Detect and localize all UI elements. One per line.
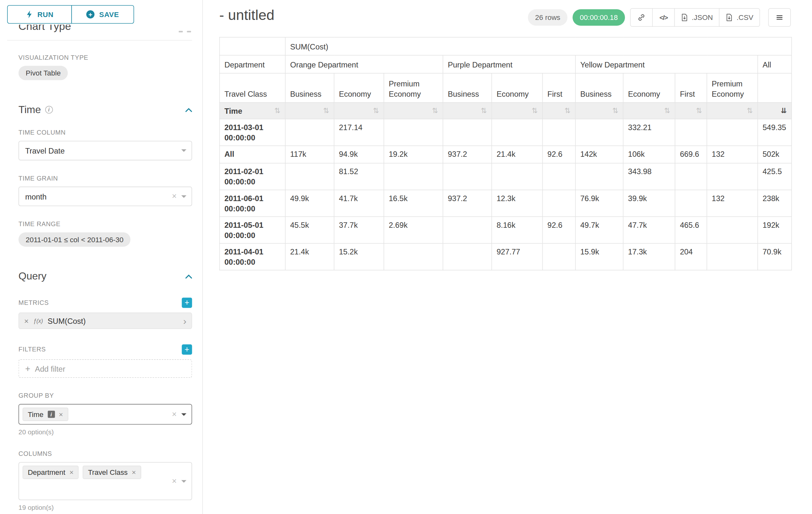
pivot-value-cell: 502k bbox=[758, 146, 792, 163]
pivot-value-cell: 8.16k bbox=[492, 217, 543, 243]
time-section-title: Time bbox=[19, 104, 41, 116]
pivot-row-dimension-label: Time⇅ bbox=[220, 103, 285, 119]
sort-toggle-icon[interactable]: ⇅ bbox=[612, 107, 618, 115]
sort-toggle-icon[interactable]: ⇅ bbox=[432, 107, 438, 115]
save-label: SAVE bbox=[99, 10, 119, 19]
pivot-value-cell bbox=[675, 119, 707, 145]
pivot-value-cell: 106k bbox=[623, 146, 675, 163]
remove-tag-icon[interactable]: × bbox=[69, 469, 74, 476]
pivot-value-cell bbox=[543, 163, 575, 190]
pivot-value-cell bbox=[384, 119, 443, 145]
copy-link-button[interactable] bbox=[630, 8, 652, 27]
pivot-data-row: 2011-05-01 00:00:0045.5k37.7k2.69k8.16k9… bbox=[220, 217, 791, 243]
lightning-icon bbox=[26, 10, 33, 19]
chart-type-section-header[interactable]: Chart Type bbox=[19, 25, 192, 37]
sort-toggle-icon[interactable]: ⇅ bbox=[747, 107, 753, 115]
pivot-sort-cell: ⇅ bbox=[384, 103, 443, 119]
pivot-class-header: Business bbox=[443, 73, 492, 103]
add-filter-button[interactable]: + Add filter bbox=[19, 359, 192, 378]
sort-toggle-icon[interactable]: ⇅ bbox=[564, 107, 571, 115]
chevron-right-icon[interactable]: › bbox=[183, 316, 186, 325]
run-button[interactable]: RUN bbox=[7, 5, 72, 24]
sort-toggle-icon[interactable]: ⇅ bbox=[696, 107, 702, 115]
add-metric-button[interactable]: + bbox=[182, 297, 192, 308]
time-column-label: TIME COLUMN bbox=[19, 129, 192, 136]
chart-header: - untitled 26 rows 00:00:00.18 bbox=[219, 0, 791, 27]
clear-icon[interactable]: × bbox=[172, 477, 176, 485]
pivot-value-cell: 17.3k bbox=[623, 244, 675, 270]
pivot-value-cell bbox=[384, 163, 443, 190]
menu-button[interactable] bbox=[768, 8, 791, 27]
column-tag: Travel Class× bbox=[83, 466, 141, 479]
download-csv-button[interactable]: .CSV bbox=[719, 8, 760, 27]
time-column-select[interactable]: Travel Date bbox=[19, 141, 192, 160]
pivot-value-cell: 70.9k bbox=[758, 244, 792, 270]
chevron-up-icon[interactable] bbox=[185, 108, 192, 112]
visualization-type-value[interactable]: Pivot Table bbox=[19, 66, 68, 80]
remove-tag-icon[interactable]: × bbox=[59, 410, 63, 417]
column-info-icon[interactable]: i bbox=[48, 410, 55, 417]
group-by-select[interactable]: Time i × × bbox=[19, 404, 192, 425]
pivot-sort-cell: ⇅ bbox=[443, 103, 492, 119]
download-json-button[interactable]: .JSON bbox=[674, 8, 720, 27]
remove-tag-icon[interactable]: × bbox=[132, 469, 136, 476]
metric-item[interactable]: × ƒ(x) SUM(Cost) › bbox=[19, 313, 192, 329]
columns-select[interactable]: Department×Travel Class× × bbox=[19, 462, 192, 500]
plus-circle-icon: + bbox=[86, 10, 95, 19]
pivot-data-row: 2011-02-01 00:00:0081.52343.98425.5 bbox=[220, 163, 791, 190]
pivot-data-row: All117k94.9k19.2k937.221.4k92.6142k106k6… bbox=[220, 146, 791, 163]
pivot-value-cell: 37.7k bbox=[334, 217, 384, 243]
pivot-value-cell: 94.9k bbox=[334, 146, 384, 163]
pivot-row-label: 2011-06-01 00:00:00 bbox=[220, 190, 285, 217]
pivot-class-header: Economy bbox=[492, 73, 543, 103]
sort-toggle-icon[interactable]: ⇅ bbox=[274, 107, 281, 115]
pivot-sort-cell: ⇊ bbox=[758, 103, 792, 119]
sort-toggle-icon[interactable]: ⇅ bbox=[481, 107, 487, 115]
time-grain-select[interactable]: month × bbox=[19, 187, 192, 206]
pivot-value-cell: 204 bbox=[675, 244, 707, 270]
pivot-value-cell: 669.6 bbox=[675, 146, 707, 163]
remove-metric-icon[interactable]: × bbox=[24, 317, 29, 324]
pivot-value-cell bbox=[675, 190, 707, 217]
pivot-sort-cell: ⇅ bbox=[543, 103, 575, 119]
sort-toggle-icon[interactable]: ⇅ bbox=[531, 107, 538, 115]
time-section-header[interactable]: Time i bbox=[19, 104, 192, 116]
pivot-row-label: 2011-03-01 00:00:00 bbox=[220, 119, 285, 145]
pivot-sort-cell: ⇅ bbox=[623, 103, 675, 119]
sort-toggle-icon[interactable]: ⇅ bbox=[664, 107, 670, 115]
row-dimension-text: Time bbox=[224, 106, 242, 115]
sort-desc-active-icon[interactable]: ⇊ bbox=[781, 107, 787, 115]
chevron-up-icon[interactable] bbox=[185, 274, 192, 278]
run-label: RUN bbox=[37, 10, 53, 19]
pivot-value-cell: 937.2 bbox=[443, 146, 492, 163]
query-section-header[interactable]: Query bbox=[19, 270, 192, 282]
group-by-tag-label: Time bbox=[28, 410, 43, 418]
pivot-sort-cell: ⇅ bbox=[675, 103, 707, 119]
pivot-table: SUM(Cost)DepartmentOrange DepartmentPurp… bbox=[219, 37, 792, 270]
pivot-value-cell: 21.4k bbox=[492, 146, 543, 163]
app-window: RUN + SAVE Chart Type VISUALIZATION TYPE… bbox=[0, 0, 812, 514]
info-icon: i bbox=[45, 106, 53, 114]
add-filter-plus-button[interactable]: + bbox=[182, 344, 192, 355]
pivot-group-header: Yellow Department bbox=[576, 55, 758, 73]
pivot-value-cell bbox=[543, 119, 575, 145]
chart-title: - untitled bbox=[219, 7, 274, 23]
pivot-value-cell bbox=[443, 217, 492, 243]
pivot-value-cell: 117k bbox=[285, 146, 334, 163]
pivot-value-cell bbox=[443, 244, 492, 270]
sort-toggle-icon[interactable]: ⇅ bbox=[373, 107, 379, 115]
pivot-value-cell: 45.5k bbox=[285, 217, 334, 243]
save-button[interactable]: + SAVE bbox=[71, 5, 134, 24]
pivot-value-cell: 937.2 bbox=[443, 190, 492, 217]
pivot-class-header: Economy bbox=[623, 73, 675, 103]
sort-toggle-icon[interactable]: ⇅ bbox=[323, 107, 329, 115]
pivot-value-cell: 465.6 bbox=[675, 217, 707, 243]
embed-code-button[interactable]: </> bbox=[652, 8, 675, 27]
clear-icon[interactable]: × bbox=[172, 192, 176, 200]
pivot-value-cell: 76.9k bbox=[576, 190, 623, 217]
pivot-value-cell: 16.5k bbox=[384, 190, 443, 217]
clear-icon[interactable]: × bbox=[172, 410, 176, 418]
code-icon: </> bbox=[660, 13, 668, 21]
columns-pills: Department×Travel Class× bbox=[23, 466, 141, 479]
time-range-value[interactable]: 2011-01-01 ≤ col < 2011-06-30 bbox=[19, 232, 131, 247]
